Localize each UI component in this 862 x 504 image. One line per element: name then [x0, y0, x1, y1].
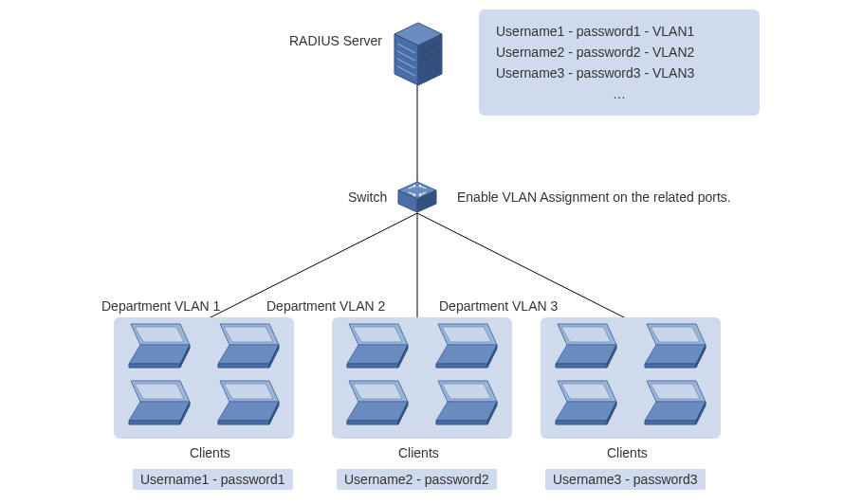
- diagram-canvas: Username1 - password1 - VLAN1 Username2 …: [0, 0, 862, 504]
- radius-config-box: Username1 - password1 - VLAN1 Username2 …: [479, 9, 760, 116]
- config-line-3: Username3 - password3 - VLAN3: [496, 63, 743, 83]
- switch-note: Enable VLAN Assignment on the related po…: [457, 189, 731, 205]
- dept-1-label: Department VLAN 1: [101, 298, 220, 314]
- switch-label: Switch: [348, 189, 387, 205]
- laptop-icon: [637, 379, 713, 426]
- clients-3-label: Clients: [607, 445, 648, 460]
- laptop-icon: [211, 379, 286, 426]
- laptop-icon: [548, 379, 624, 426]
- laptop-icon: [429, 322, 504, 369]
- laptop-icon: [121, 379, 197, 426]
- credential-3: Username3 - password3: [545, 469, 706, 490]
- laptop-icon: [211, 322, 286, 369]
- switch-icon: [396, 180, 438, 217]
- dept-3-label: Department VLAN 3: [439, 298, 558, 314]
- laptop-icon: [548, 322, 624, 369]
- config-ellipsis: …: [496, 83, 743, 104]
- clients-2-label: Clients: [398, 445, 439, 460]
- laptop-icon: [339, 322, 415, 369]
- laptop-icon: [637, 322, 713, 369]
- laptop-icon: [429, 379, 504, 426]
- credential-2: Username2 - password2: [337, 469, 497, 490]
- credential-1: Username1 - password1: [133, 469, 293, 490]
- clients-1-label: Clients: [190, 445, 230, 460]
- radius-server-label: RADIUS Server: [289, 33, 382, 48]
- laptop-icon: [121, 322, 197, 369]
- server-icon: [393, 19, 444, 90]
- config-line-1: Username1 - password1 - VLAN1: [496, 21, 743, 42]
- dept-2-label: Department VLAN 2: [266, 298, 385, 314]
- laptop-icon: [339, 379, 415, 426]
- config-line-2: Username2 - password2 - VLAN2: [496, 42, 743, 63]
